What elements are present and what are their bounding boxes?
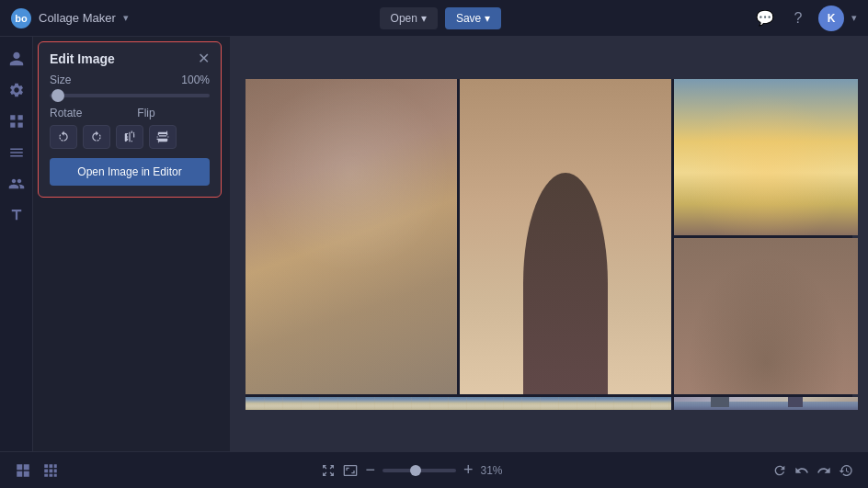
panel-close-button[interactable]: ✕: [198, 51, 210, 66]
canvas-area[interactable]: [230, 37, 868, 451]
zoom-slider[interactable]: [383, 469, 456, 472]
sidebar-icon-group[interactable]: [4, 171, 29, 197]
view-mode-2-button[interactable]: [42, 462, 59, 479]
panel-body: Size 100% Rotate Flip: [39, 74, 221, 197]
bottom-history-button[interactable]: [839, 463, 853, 478]
size-slider-thumb[interactable]: [51, 89, 64, 102]
bottom-right: [772, 463, 853, 478]
bottom-undo-button[interactable]: [794, 463, 809, 478]
avatar-chevron-icon[interactable]: ▾: [851, 12, 857, 24]
panel-header: Edit Image ✕: [39, 42, 221, 74]
open-in-editor-button[interactable]: Open Image in Editor: [50, 158, 210, 186]
actual-size-button[interactable]: [343, 463, 358, 478]
sidebar-icon-list[interactable]: [4, 140, 29, 165]
sidebar-icon-settings[interactable]: [4, 77, 29, 103]
rotate-ccw-button[interactable]: [50, 125, 77, 149]
sidebar-icon-people[interactable]: [4, 46, 29, 72]
sidebar-icon-text[interactable]: [4, 202, 29, 228]
app-name-label: Collage Maker: [39, 11, 116, 25]
topbar-left: bo Collage Maker ▾: [11, 8, 129, 28]
flip-section-label: Flip: [137, 107, 154, 119]
edit-image-panel: Edit Image ✕ Size 100% Rotate Flip: [38, 41, 222, 198]
main-layout: Edit Image ✕ Size 100% Rotate Flip: [0, 37, 868, 451]
flip-vertical-button[interactable]: [149, 125, 177, 149]
collage-grid: [246, 79, 852, 410]
rotate-flip-btn-row: [50, 125, 210, 149]
svg-rect-10: [44, 473, 48, 476]
fit-screen-button[interactable]: [321, 463, 336, 478]
svg-rect-11: [50, 473, 53, 476]
zoom-in-button[interactable]: +: [463, 460, 474, 480]
photo-cell-5[interactable]: [674, 397, 858, 410]
app-name-chevron-icon[interactable]: ▾: [123, 12, 129, 24]
bottom-center: − + 31%: [321, 460, 509, 480]
photo-cell-4[interactable]: [246, 397, 671, 410]
size-slider-wrap: [50, 94, 210, 97]
view-mode-1-button[interactable]: [15, 462, 31, 479]
avatar[interactable]: K: [818, 6, 844, 31]
svg-rect-5: [50, 464, 53, 468]
size-slider-track[interactable]: [50, 94, 210, 97]
photo-cell-3[interactable]: [674, 238, 858, 394]
brand-icon: bo: [11, 8, 31, 28]
bottom-refresh-button[interactable]: [772, 463, 787, 478]
section-label-row: Rotate Flip: [50, 107, 210, 119]
left-sidebar: [0, 37, 33, 451]
save-button[interactable]: Save ▾: [445, 7, 501, 29]
save-chevron-icon: ▾: [485, 12, 490, 25]
open-button[interactable]: Open ▾: [380, 7, 438, 29]
svg-rect-2: [17, 471, 22, 476]
svg-rect-9: [54, 469, 57, 472]
svg-rect-4: [44, 464, 48, 468]
panel-area: Edit Image ✕ Size 100% Rotate Flip: [33, 37, 230, 451]
size-value: 100%: [181, 74, 210, 86]
topbar-center: Open ▾ Save ▾: [380, 7, 502, 29]
panel-title: Edit Image: [50, 51, 115, 66]
svg-rect-7: [44, 469, 48, 472]
photo-cell-1[interactable]: [246, 79, 457, 394]
svg-rect-1: [24, 464, 29, 470]
rotate-section-label: Rotate: [50, 107, 82, 119]
flip-horizontal-button[interactable]: [116, 125, 143, 149]
help-icon[interactable]: ?: [785, 6, 811, 31]
topbar-right: 💬 ? K ▾: [752, 6, 857, 31]
bottom-bar: − + 31%: [0, 451, 868, 488]
size-label: Size: [50, 74, 71, 86]
open-chevron-icon: ▾: [421, 12, 427, 25]
svg-rect-6: [54, 464, 57, 468]
svg-rect-8: [50, 469, 53, 472]
comments-icon[interactable]: 💬: [752, 6, 778, 31]
svg-rect-0: [17, 464, 22, 470]
rotate-cw-button[interactable]: [83, 125, 110, 149]
zoom-out-button[interactable]: −: [365, 460, 375, 480]
size-row: Size 100%: [50, 74, 210, 86]
bottom-redo-button[interactable]: [817, 463, 831, 478]
zoom-slider-thumb[interactable]: [410, 465, 421, 476]
photo-cell-6[interactable]: [460, 79, 671, 394]
top-bar: bo Collage Maker ▾ Open ▾ Save ▾ 💬 ? K ▾: [0, 0, 868, 37]
sidebar-icon-grid[interactable]: [4, 108, 29, 134]
photo-cell-2[interactable]: [674, 79, 858, 235]
svg-rect-12: [54, 473, 57, 476]
bottom-left: [15, 462, 59, 479]
svg-rect-3: [24, 471, 29, 476]
zoom-level-label: 31%: [481, 464, 510, 477]
